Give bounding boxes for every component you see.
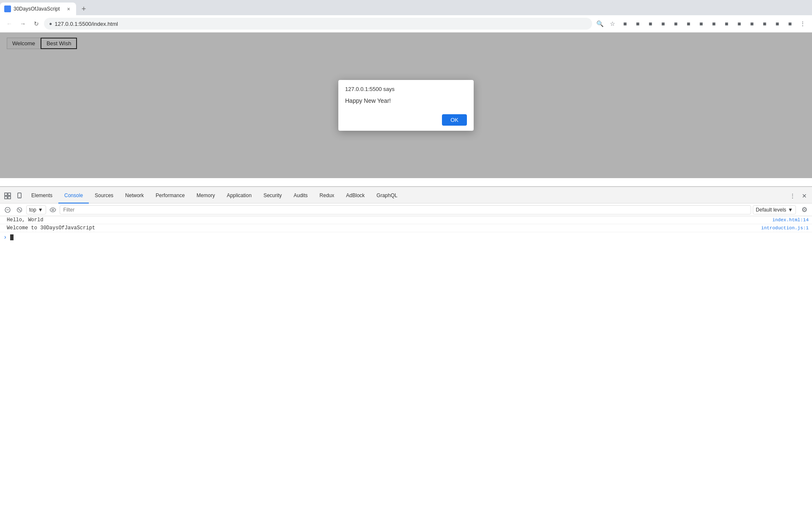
- url-bar[interactable]: ● 127.0.0.1:5500/index.html: [44, 18, 592, 30]
- tab-adblock[interactable]: AdBlock: [340, 188, 370, 204]
- ext-icon-11[interactable]: ■: [746, 18, 758, 30]
- tab-close-button[interactable]: ✕: [65, 6, 72, 12]
- svg-point-10: [52, 209, 54, 211]
- tab-title: 30DaysOfJavaScript: [14, 6, 63, 12]
- ext-icon-6[interactable]: ■: [683, 18, 694, 30]
- ext-icon-12[interactable]: ■: [759, 18, 771, 30]
- tab-performance[interactable]: Performance: [150, 188, 191, 204]
- devtools-close-button[interactable]: ✕: [798, 190, 810, 202]
- ext-icon-4[interactable]: ■: [657, 18, 669, 30]
- tab-redux[interactable]: Redux: [314, 188, 340, 204]
- browser-chrome: 30DaysOfJavaScript ✕ + ← → ↻ ● 127.0.0.1…: [0, 0, 812, 33]
- svg-rect-0: [5, 193, 7, 195]
- alert-footer: OK: [338, 111, 474, 131]
- log-levels-selector[interactable]: Default levels ▼: [753, 205, 796, 214]
- tab-elements[interactable]: Elements: [25, 188, 58, 204]
- console-prompt[interactable]: ›: [0, 232, 812, 242]
- console-text-2: Welcome to 30DaysOfJavaScript: [7, 225, 95, 231]
- log-levels-arrow: ▼: [788, 207, 793, 213]
- secure-icon: ●: [49, 21, 52, 27]
- clear-console-button[interactable]: [3, 205, 13, 215]
- live-expressions-button[interactable]: [48, 205, 58, 215]
- console-filter-input[interactable]: [60, 205, 751, 214]
- tab-console[interactable]: Console: [58, 188, 89, 204]
- alert-ok-button[interactable]: OK: [442, 114, 467, 126]
- preserve-log-button[interactable]: [14, 205, 25, 215]
- svg-line-9: [18, 209, 21, 211]
- ext-icon-14[interactable]: ■: [784, 18, 796, 30]
- ext-icon-7[interactable]: ■: [695, 18, 707, 30]
- console-settings-button[interactable]: ⚙: [799, 205, 809, 215]
- ext-icon-8[interactable]: ■: [708, 18, 720, 30]
- context-arrow: ▼: [38, 207, 43, 213]
- reload-button[interactable]: ↻: [30, 18, 42, 30]
- ext-icon-3[interactable]: ■: [645, 18, 656, 30]
- new-tab-button[interactable]: +: [78, 3, 90, 15]
- log-levels-label: Default levels: [756, 207, 786, 213]
- console-source-1[interactable]: index.html:14: [772, 217, 809, 223]
- console-line-1: Hello, World index.html:14: [0, 216, 812, 224]
- back-button[interactable]: ←: [3, 18, 15, 30]
- bookmark-icon[interactable]: ☆: [606, 18, 618, 30]
- prompt-cursor: [10, 234, 14, 240]
- forward-button[interactable]: →: [17, 18, 29, 30]
- tab-sources[interactable]: Sources: [89, 188, 119, 204]
- ext-icon-1[interactable]: ■: [619, 18, 631, 30]
- console-line-2: Welcome to 30DaysOfJavaScript introducti…: [0, 224, 812, 232]
- tab-audits[interactable]: Audits: [288, 188, 313, 204]
- page-content: Welcome Best Wish 127.0.0.1:5500 says Ha…: [0, 33, 812, 178]
- tab-security[interactable]: Security: [258, 188, 288, 204]
- address-bar: ← → ↻ ● 127.0.0.1:5500/index.html 🔍 ☆ ■ …: [0, 15, 812, 32]
- tab-network[interactable]: Network: [119, 188, 150, 204]
- tab-bar: 30DaysOfJavaScript ✕ +: [0, 0, 812, 15]
- alert-overlay: 127.0.0.1:5500 says Happy New Year! OK: [0, 33, 812, 178]
- browser-tab[interactable]: 30DaysOfJavaScript ✕: [0, 3, 76, 15]
- devtools-tabs: Elements Console Sources Network Perform…: [0, 188, 812, 204]
- context-label: top: [29, 207, 36, 213]
- console-output: Hello, World index.html:14 Welcome to 30…: [0, 216, 812, 506]
- ext-icon-5[interactable]: ■: [670, 18, 682, 30]
- tab-favicon: [4, 6, 11, 12]
- ext-icon-9[interactable]: ■: [721, 18, 732, 30]
- devtools-inspect-button[interactable]: [2, 190, 14, 202]
- console-source-2[interactable]: introduction.js:1: [761, 226, 809, 231]
- devtools-device-button[interactable]: [14, 190, 25, 202]
- zoom-icon[interactable]: 🔍: [594, 18, 606, 30]
- ext-icon-10[interactable]: ■: [733, 18, 745, 30]
- prompt-char: ›: [3, 234, 7, 241]
- url-text: 127.0.0.1:5500/index.html: [55, 21, 118, 27]
- tab-graphql[interactable]: GraphQL: [370, 188, 403, 204]
- ext-icon-2[interactable]: ■: [632, 18, 644, 30]
- alert-dialog: 127.0.0.1:5500 says Happy New Year! OK: [338, 80, 474, 131]
- alert-body: Happy New Year!: [338, 94, 474, 111]
- svg-rect-2: [5, 196, 7, 199]
- context-selector[interactable]: top ▼: [26, 205, 46, 214]
- devtools-panel: Elements Console Sources Network Perform…: [0, 186, 812, 506]
- devtools-more-button[interactable]: ⋮: [787, 190, 798, 202]
- alert-header: 127.0.0.1:5500 says: [338, 80, 474, 94]
- tab-application[interactable]: Application: [221, 188, 258, 204]
- tab-memory[interactable]: Memory: [191, 188, 221, 204]
- toolbar-icons: 🔍 ☆ ■ ■ ■ ■ ■ ■ ■ ■ ■ ■ ■ ■ ■ ■ ⋮: [594, 18, 809, 30]
- svg-rect-3: [8, 196, 11, 199]
- console-text-1: Hello, World: [7, 217, 43, 223]
- menu-icon[interactable]: ⋮: [797, 18, 809, 30]
- ext-icon-13[interactable]: ■: [771, 18, 783, 30]
- svg-rect-1: [8, 193, 11, 195]
- console-toolbar: top ▼ Default levels ▼ ⚙: [0, 204, 812, 216]
- svg-point-5: [19, 197, 20, 198]
